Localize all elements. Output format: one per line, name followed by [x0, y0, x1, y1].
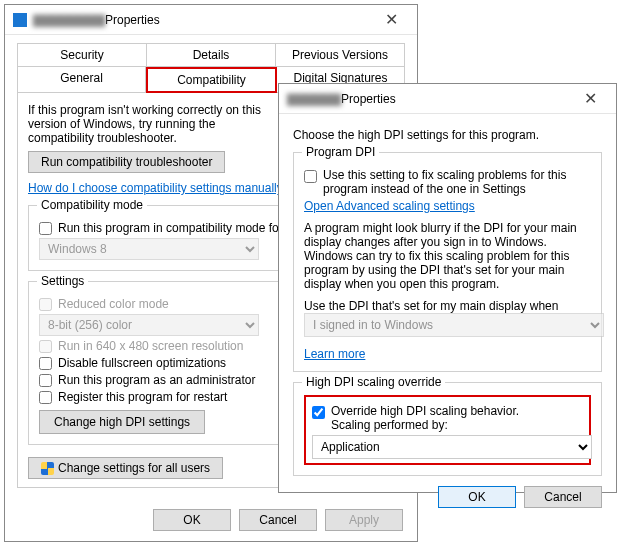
app-name-blurred: ▇▇▇▇▇▇▇▇	[33, 13, 105, 27]
tab-general[interactable]: General	[18, 67, 146, 93]
advanced-scaling-link[interactable]: Open Advanced scaling settings	[304, 199, 475, 213]
tab-compatibility[interactable]: Compatibility	[146, 67, 277, 93]
compat-mode-select[interactable]: Windows 8	[39, 238, 259, 260]
change-high-dpi-button[interactable]: Change high DPI settings	[39, 410, 205, 434]
tab-security[interactable]: Security	[18, 44, 147, 67]
ok-button-2[interactable]: OK	[438, 486, 516, 508]
tab-details[interactable]: Details	[147, 44, 276, 67]
close-icon-2[interactable]: ✕	[570, 89, 610, 108]
manual-settings-link[interactable]: How do I choose compatibility settings m…	[28, 181, 289, 195]
title-suffix: Properties	[105, 13, 160, 27]
color-mode-select[interactable]: 8-bit (256) color	[39, 314, 259, 336]
title-suffix-2: Properties	[341, 92, 396, 106]
use-setting-input[interactable]	[304, 170, 317, 183]
use-setting-checkbox[interactable]: Use this setting to fix scaling problems…	[304, 168, 591, 196]
program-dpi-legend: Program DPI	[302, 145, 379, 159]
run-640-input[interactable]	[39, 340, 52, 353]
dpi-blurb: A program might look blurry if the DPI f…	[304, 221, 591, 291]
compat-description: If this program isn't working correctly …	[28, 103, 278, 145]
compat-mode-check-input[interactable]	[39, 222, 52, 235]
run-as-admin-input[interactable]	[39, 374, 52, 387]
change-all-users-button[interactable]: Change settings for all users	[28, 457, 223, 479]
high-dpi-window: ▇▇▇▇▇▇ Properties ✕ Choose the high DPI …	[278, 83, 617, 493]
app-name-blurred-2: ▇▇▇▇▇▇	[287, 92, 341, 106]
tab-previous-versions[interactable]: Previous Versions	[276, 44, 404, 67]
run-troubleshooter-button[interactable]: Run compatibility troubleshooter	[28, 151, 225, 173]
learn-more-link[interactable]: Learn more	[304, 347, 365, 361]
override-checkbox[interactable]: Override high DPI scaling behavior. Scal…	[312, 404, 583, 432]
register-restart-input[interactable]	[39, 391, 52, 404]
settings-legend: Settings	[37, 274, 88, 288]
compat-mode-legend: Compatibility mode	[37, 198, 147, 212]
use-dpi-label: Use the DPI that's set for my main displ…	[304, 299, 591, 313]
cancel-button-2[interactable]: Cancel	[524, 486, 602, 508]
dpi-dialog-buttons: OK Cancel	[279, 476, 616, 518]
override-input[interactable]	[312, 406, 325, 419]
scaling-performed-select[interactable]: Application	[312, 435, 592, 459]
reduced-color-input[interactable]	[39, 298, 52, 311]
titlebar: ▇▇▇▇▇▇▇▇ Properties ✕	[5, 5, 417, 35]
program-dpi-group: Program DPI Use this setting to fix scal…	[293, 152, 602, 372]
dpi-override-group: High DPI scaling override Override high …	[293, 382, 602, 476]
override-highlight: Override high DPI scaling behavior. Scal…	[304, 395, 591, 465]
ok-button[interactable]: OK	[153, 509, 231, 531]
titlebar-2: ▇▇▇▇▇▇ Properties ✕	[279, 84, 616, 114]
app-icon	[13, 13, 27, 27]
disable-fullscreen-input[interactable]	[39, 357, 52, 370]
dpi-intro: Choose the high DPI settings for this pr…	[293, 128, 602, 142]
close-icon[interactable]: ✕	[371, 10, 411, 29]
dpi-when-select[interactable]: I signed in to Windows	[304, 313, 604, 337]
dpi-override-legend: High DPI scaling override	[302, 375, 445, 389]
shield-icon	[41, 462, 54, 475]
